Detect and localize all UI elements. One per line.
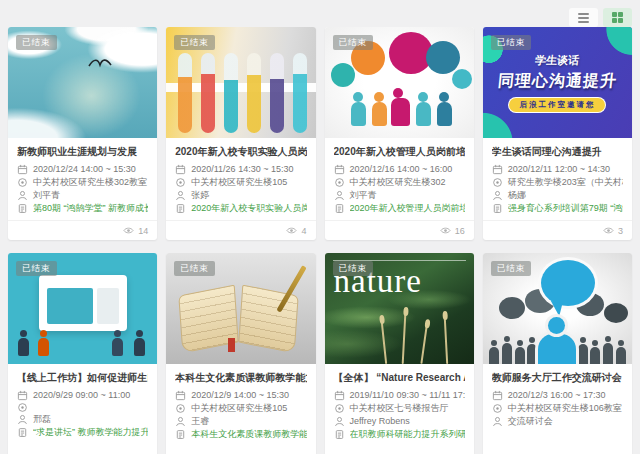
series-icon	[17, 427, 28, 438]
decor	[443, 318, 447, 364]
person-icon	[175, 416, 186, 427]
calendar-icon	[492, 390, 503, 401]
event-cover-image: 已结束	[8, 27, 157, 138]
decor	[401, 314, 406, 364]
decor	[391, 98, 410, 126]
event-person: 刘平青	[33, 189, 60, 202]
event-card[interactable]: 已结束 新教师职业生涯规划与发展 2020/12/24 14:00 ~ 15:3…	[8, 27, 157, 240]
event-cover-image: 已结束	[166, 27, 315, 138]
series-icon	[334, 429, 345, 440]
event-person-row: 刘平青	[17, 189, 148, 202]
grid-view-icon	[612, 12, 623, 23]
event-series-link[interactable]: 本科生文化素质课教师教学能力提升...	[191, 428, 306, 441]
event-location: 中关村校区研究生楼106教室	[508, 402, 622, 415]
event-series-row: “求是讲坛” 教师教学能力提升工作坊	[17, 426, 148, 439]
decor	[178, 53, 192, 133]
event-person-row: Jeffrey Robens	[334, 415, 465, 428]
event-series-row: 强身育心系列培训第79期 “鸿鹄学堂...	[492, 202, 623, 215]
person-icon	[175, 190, 186, 201]
event-person: 王睿	[191, 415, 209, 428]
person-icon	[492, 416, 503, 427]
view-count: 4	[301, 226, 306, 236]
cover-banner-line1: 学生谈话	[535, 53, 581, 68]
event-card[interactable]: 已结束 本科生文化素质课教师教学能力提... 2020/12/9 14:00 ~…	[166, 253, 315, 454]
event-date: 2020/12/11 12:00 ~ 14:30	[508, 163, 610, 176]
event-date: 2020/9/29 09:00 ~ 11:00	[33, 389, 130, 402]
decor	[452, 69, 472, 89]
event-location-row: 中关村校区七号楼报告厅	[334, 402, 465, 415]
location-icon	[175, 403, 186, 414]
decor	[499, 297, 525, 319]
event-card[interactable]: 已结束 【线上工作坊】如何促进师生良好... 2020/9/29 09:00 ~…	[8, 253, 157, 454]
event-date-row: 2019/11/10 09:30 ~ 11/11 17:00	[334, 389, 465, 402]
event-series-row: 在职教师科研能力提升系列研修	[334, 428, 465, 441]
event-series-link[interactable]: 在职教师科研能力提升系列研修	[350, 428, 465, 441]
decor	[527, 344, 537, 364]
event-series-link[interactable]: 第80期 “鸿鹄学堂” 新教师成长训练营	[33, 202, 148, 215]
status-badge: 已结束	[16, 35, 57, 50]
event-title[interactable]: 2020年新入校专职实验人员岗前培...	[175, 145, 306, 159]
event-series-link[interactable]: “求是讲坛” 教师教学能力提升工作坊	[33, 426, 148, 439]
event-title[interactable]: 【全体】 “Nature Research Acad...	[334, 371, 465, 385]
decor	[331, 63, 355, 87]
list-view-button[interactable]	[569, 8, 598, 27]
series-icon	[492, 203, 503, 214]
calendar-icon	[492, 164, 503, 175]
event-series-link[interactable]: 强身育心系列培训第79期 “鸿鹄学堂...	[508, 202, 623, 215]
event-title[interactable]: 2020年新入校管理人员岗前培训—...	[334, 145, 465, 159]
decor	[603, 343, 613, 364]
event-card[interactable]: 已结束 2020年新入校专职实验人员岗前培... 2020/11/26 14:3…	[166, 27, 315, 240]
decor	[38, 338, 49, 356]
event-date-row: 2020/12/11 12:00 ~ 14:30	[492, 163, 623, 176]
event-title[interactable]: 【线上工作坊】如何促进师生良好...	[17, 371, 148, 385]
cover-banner-pill: 后浪工作室邀请您	[509, 98, 605, 112]
event-title[interactable]: 本科生文化素质课教师教学能力提...	[175, 371, 306, 385]
event-title[interactable]: 教师服务大厅工作交流研讨会	[492, 371, 623, 385]
decor	[293, 53, 307, 133]
person-icon	[17, 414, 28, 425]
event-date: 2019/11/10 09:30 ~ 11/11 17:00	[350, 389, 465, 402]
calendar-icon	[17, 164, 28, 175]
event-person-row: 刘平青	[334, 189, 465, 202]
event-person-row: 杨娜	[492, 189, 623, 202]
location-icon	[17, 177, 28, 188]
event-series-link[interactable]: 2020年新入校管理人员岗前培训常青...	[350, 202, 465, 215]
person-icon	[492, 190, 503, 201]
series-icon	[175, 429, 186, 440]
event-title[interactable]: 学生谈话同理心沟通提升	[492, 145, 623, 159]
eye-icon	[286, 225, 297, 236]
view-count: 16	[455, 226, 465, 236]
status-badge: 已结束	[333, 261, 374, 276]
card-body: 本科生文化素质课教师教学能力提... 2020/12/9 14:00 ~ 15:…	[166, 364, 315, 443]
event-person: 交流研讨会	[508, 415, 553, 428]
decor	[578, 344, 588, 364]
card-body: 教师服务大厅工作交流研讨会 2020/12/3 16:00 ~ 17:30 中关…	[483, 364, 632, 430]
decor	[39, 275, 127, 331]
event-date: 2020/12/16 14:00 ~ 16:00	[350, 163, 453, 176]
event-card[interactable]: 学生谈话 同理心沟通提升 后浪工作室邀请您 已结束 学生谈话同理心沟通提升 20…	[483, 27, 632, 240]
event-location: 中关村校区研究生楼302	[350, 176, 446, 189]
decor	[18, 338, 29, 356]
decor	[502, 343, 512, 364]
event-date-row: 2020/11/26 14:30 ~ 15:30	[175, 163, 306, 176]
event-date-row: 2020/12/24 14:00 ~ 15:30	[17, 163, 148, 176]
event-series-link[interactable]: 2020年新入校专职实验人员岗前培训	[191, 202, 306, 215]
event-series-row: 第80期 “鸿鹄学堂” 新教师成长训练营	[17, 202, 148, 215]
location-icon	[492, 403, 503, 414]
event-person: Jeffrey Robens	[350, 415, 410, 428]
decor	[247, 53, 261, 133]
grid-view-button[interactable]	[603, 8, 632, 27]
decor	[590, 347, 600, 364]
event-location: 中关村校区研究生楼105	[191, 402, 287, 415]
event-series-row: 2020年新入校专职实验人员岗前培训	[175, 202, 306, 215]
decor	[112, 338, 123, 356]
decor	[515, 347, 525, 364]
event-date: 2020/12/9 14:00 ~ 15:30	[191, 389, 289, 402]
status-badge: 已结束	[174, 35, 215, 50]
event-title[interactable]: 新教师职业生涯规划与发展	[17, 145, 148, 159]
event-card[interactable]: 已结束 教师服务大厅工作交流研讨会 2020/12/3 16:00 ~ 17:3…	[483, 253, 632, 454]
card-body: 学生谈话同理心沟通提升 2020/12/11 12:00 ~ 14:30 研究生…	[483, 138, 632, 217]
event-card[interactable]: nature 已结束 【全体】 “Nature Research Acad...…	[325, 253, 474, 454]
list-view-icon	[578, 13, 589, 23]
event-card[interactable]: 已结束 2020年新入校管理人员岗前培训—... 2020/12/16 14:0…	[325, 27, 474, 240]
